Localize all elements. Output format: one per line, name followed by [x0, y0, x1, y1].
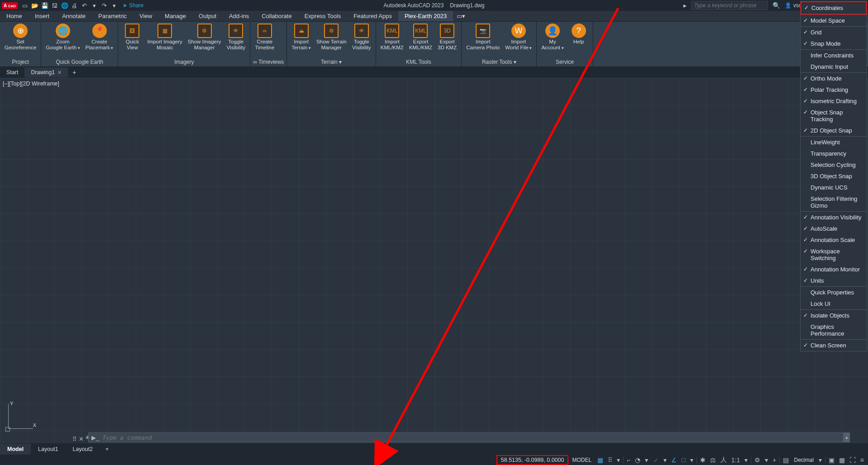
units-drop-icon[interactable]: ▾	[816, 455, 824, 465]
ctx-item-clean-screen[interactable]: Clean Screen	[801, 340, 867, 351]
osnap-drop-icon[interactable]: ▾	[688, 455, 696, 465]
ctx-item-ortho-mode[interactable]: Ortho Mode	[801, 73, 867, 84]
statusbar-customize-icon[interactable]: ≡	[858, 455, 866, 465]
import-kml-button[interactable]: KMLImport KML/KMZ	[379, 23, 405, 58]
saveas-icon[interactable]: 🖫	[51, 2, 58, 9]
export-kml-button[interactable]: KMLExport KML/KMZ	[407, 23, 434, 58]
ctx-item-model-space[interactable]: Model Space	[801, 15, 867, 26]
ctx-item-object-snap-tracking[interactable]: Object Snap Tracking	[801, 107, 867, 125]
tab-manage[interactable]: Manage	[158, 11, 192, 21]
import-terrain-button[interactable]: ⛰Import Terrain	[290, 23, 313, 58]
ctx-item-selection-cycling[interactable]: Selection Cycling	[801, 159, 867, 171]
ctx-item-graphics-performance[interactable]: Graphics Performance	[801, 321, 867, 339]
ctx-item-annotation-scale[interactable]: Annotation Scale	[801, 234, 867, 246]
anno-monitor-icon[interactable]: +	[770, 455, 778, 465]
show-imagery-manager-button[interactable]: ⚙Show Imagery Manager	[186, 23, 223, 58]
ctx-item-selection-filtering-gizmo[interactable]: Selection Filtering Gizmo	[801, 193, 867, 211]
import-mosaic-button[interactable]: ▦Import Imagery Mosaic	[145, 23, 184, 58]
help-button[interactable]: ?Help	[568, 23, 590, 58]
ctx-item-dynamic-ucs[interactable]: Dynamic UCS	[801, 182, 867, 193]
app-logo[interactable]: A CAD	[2, 2, 18, 9]
toggle-imagery-visibility-button[interactable]: 👁Toggle Visibility	[224, 23, 247, 58]
tab-addins[interactable]: Add-ins	[223, 11, 255, 21]
close-icon[interactable]: ✕	[57, 70, 62, 75]
ctx-item-isometric-drafting[interactable]: Isometric Drafting	[801, 95, 867, 107]
scale-label[interactable]: 1:1	[729, 455, 742, 465]
ctx-item-units[interactable]: Units	[801, 275, 867, 286]
iso-icon[interactable]: ⟋	[650, 455, 661, 465]
redo-icon[interactable]: ↷	[101, 2, 108, 9]
redo-drop-icon[interactable]: ▾	[111, 2, 118, 9]
layouttab-add-button[interactable]: +	[100, 444, 114, 455]
tab-insert[interactable]: Insert	[29, 11, 56, 21]
osnap-track-icon[interactable]: ∠	[669, 455, 679, 465]
open-icon[interactable]: 📂	[31, 2, 38, 9]
layouttab-layout1[interactable]: Layout1	[31, 444, 65, 455]
zoom-google-earth-button[interactable]: 🌐Zoom Google Earth	[44, 23, 81, 58]
share-button[interactable]: ➤Share	[123, 2, 143, 9]
snap-drop-icon[interactable]: ▾	[615, 455, 622, 465]
create-placemark-button[interactable]: 📍Create Placemark	[84, 23, 115, 58]
my-account-button[interactable]: 👤My Account	[539, 23, 565, 58]
new-icon[interactable]: ▭	[21, 2, 29, 9]
save-icon[interactable]: 💾	[41, 2, 48, 9]
ctx-item-grid[interactable]: Grid	[801, 27, 867, 38]
anno-scale-icon[interactable]: 人	[718, 455, 729, 465]
gpu-icon[interactable]: ▦	[837, 455, 847, 465]
workspace-icon[interactable]: ⚙	[752, 455, 763, 465]
import-world-file-button[interactable]: WImport World File	[503, 23, 534, 58]
toggle-terrain-visibility-button[interactable]: 👁Toggle Visibility	[350, 23, 373, 58]
undo-icon[interactable]: ↶	[81, 2, 88, 9]
workspace-drop-icon[interactable]: ▾	[763, 455, 770, 465]
tab-parametric[interactable]: Parametric	[92, 11, 133, 21]
tab-view[interactable]: View	[133, 11, 158, 21]
search-icon[interactable]: 🔍	[773, 2, 780, 9]
viewport-label[interactable]: [–][Top][2D Wireframe]	[3, 81, 59, 87]
coordinates-readout[interactable]: 58.5135, -0.0989, 0.0000	[496, 455, 569, 465]
grid-toggle-icon[interactable]: ▦	[595, 455, 606, 465]
cleanscreen-icon[interactable]: ⛶	[847, 455, 858, 465]
ctx-item-transparency[interactable]: Transparency	[801, 148, 867, 159]
scale-drop-icon[interactable]: ▾	[742, 455, 750, 465]
layouttab-layout2[interactable]: Layout2	[66, 444, 100, 455]
ctx-item-dynamic-input[interactable]: Dynamic Input	[801, 61, 867, 72]
ctx-item-isolate-objects[interactable]: Isolate Objects	[801, 310, 867, 321]
ctx-item-lineweight[interactable]: LineWeight	[801, 137, 867, 148]
set-georeference-button[interactable]: ⊕Set Georeference	[3, 23, 38, 58]
quick-view-button[interactable]: 🖼Quick View	[121, 23, 143, 58]
osnap-icon[interactable]: □	[679, 455, 687, 465]
model-button[interactable]: MODEL	[568, 457, 595, 463]
ortho-icon[interactable]: ⌐	[625, 455, 633, 465]
ctx-item-coordinates[interactable]: Coordinates	[801, 1, 867, 14]
polar-drop-icon[interactable]: ▾	[643, 455, 650, 465]
ctx-item-3d-object-snap[interactable]: 3D Object Snap	[801, 171, 867, 182]
anno-vis-icon[interactable]: ✱	[698, 455, 708, 465]
ctx-item-lock-ui[interactable]: Lock UI	[801, 298, 867, 309]
search-input[interactable]	[691, 1, 768, 10]
iso-drop-icon[interactable]: ▾	[661, 455, 669, 465]
ctx-item-annotation-visibility[interactable]: Annotation Visibility	[801, 212, 867, 223]
units-label[interactable]: Decimal	[791, 457, 816, 463]
command-input[interactable]	[102, 434, 840, 441]
units-icon[interactable]: ▤	[781, 455, 791, 465]
ctx-item-workspace-switching[interactable]: Workspace Switching	[801, 246, 867, 264]
show-terrain-manager-button[interactable]: ⚙Show Terrain Manager	[315, 23, 348, 58]
isolate-icon[interactable]: ▣	[826, 455, 837, 465]
ctx-item-quick-properties[interactable]: Quick Properties	[801, 287, 867, 298]
filetab-start[interactable]: Start	[0, 67, 24, 77]
create-timeline-button[interactable]: ∞Create Timeline	[253, 23, 276, 58]
tab-collaborate[interactable]: Collaborate	[255, 11, 298, 21]
tab-featured[interactable]: Featured Apps	[347, 11, 398, 21]
snap-toggle-icon[interactable]: ⠿	[606, 455, 615, 465]
undo-drop-icon[interactable]: ▾	[91, 2, 98, 9]
ctx-item-annotation-monitor[interactable]: Annotation Monitor	[801, 264, 867, 275]
tab-home[interactable]: Home	[0, 11, 29, 21]
ctx-item-2d-object-snap[interactable]: 2D Object Snap	[801, 125, 867, 136]
command-line[interactable]: ▶_	[88, 432, 844, 442]
tab-output[interactable]: Output	[192, 11, 223, 21]
layouttab-model[interactable]: Model	[0, 444, 31, 455]
ctx-item-autoscale[interactable]: AutoScale	[801, 223, 867, 234]
filetab-drawing1[interactable]: Drawing1✕	[24, 67, 68, 77]
new-tab-button[interactable]: +	[68, 67, 81, 78]
tab-extra[interactable]: ▭▾	[453, 11, 469, 21]
